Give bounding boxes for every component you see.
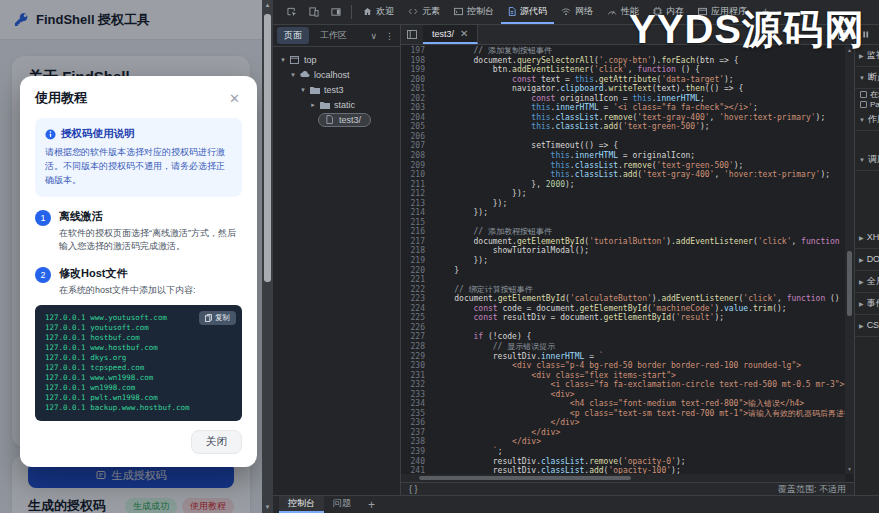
tree-expanded-icon[interactable]: ▾: [288, 71, 298, 79]
code-line[interactable]: <div class="p-4 bg-red-50 border border-…: [435, 361, 801, 371]
line-number[interactable]: 226: [401, 323, 435, 333]
debugger-section-6[interactable]: ▶XHR/提取断点: [855, 227, 879, 249]
code-line[interactable]: <div>: [435, 390, 575, 400]
code-line[interactable]: }, 2000);: [435, 180, 575, 190]
debugger-checkbox[interactable]: Pause on caught exceptions: [855, 99, 879, 109]
code-line[interactable]: const resultDiv = document.getElementByI…: [435, 313, 724, 323]
close-button[interactable]: 关闭: [191, 430, 242, 454]
chevron-down-icon[interactable]: ▼: [859, 117, 865, 123]
debugger-section-4[interactable]: ▼作用域: [855, 109, 879, 131]
dock-side-icon[interactable]: [325, 0, 347, 24]
code-line[interactable]: navigator.clipboard.writeText(text).then…: [435, 84, 743, 94]
line-number[interactable]: 206: [401, 132, 435, 142]
line-number[interactable]: 216: [401, 227, 435, 237]
debugger-section-1[interactable]: ▼断点: [855, 67, 879, 89]
line-number[interactable]: 238: [401, 437, 435, 447]
code-line[interactable]: resultDiv.classList.remove('opacity-0');: [435, 457, 686, 467]
vscrollbar-thumb[interactable]: [847, 251, 852, 316]
line-number[interactable]: 222: [401, 285, 435, 295]
tree-expanded-icon[interactable]: ▾: [298, 86, 308, 94]
devtools-tab-network[interactable]: 网络: [554, 0, 600, 24]
line-number[interactable]: 228: [401, 342, 435, 352]
code-line[interactable]: const originalIcon = this.innerHTML;: [435, 94, 705, 104]
pretty-print-button[interactable]: { }: [409, 484, 418, 494]
chevron-down-icon[interactable]: ∨: [368, 31, 379, 41]
line-number[interactable]: 230: [401, 361, 435, 371]
line-number[interactable]: 205: [401, 122, 435, 132]
line-number[interactable]: 203: [401, 103, 435, 113]
line-number[interactable]: 217: [401, 237, 435, 247]
line-number[interactable]: 225: [401, 313, 435, 323]
code-line[interactable]: // 添加教程按钮事件: [435, 227, 552, 237]
editor-vscrollbar[interactable]: ▲ ▼: [845, 46, 854, 474]
page-scrollbar-thumb[interactable]: [264, 14, 271, 282]
line-number[interactable]: 212: [401, 189, 435, 199]
code-line[interactable]: `;: [435, 447, 502, 457]
devtools-tab-memory[interactable]: 内存: [646, 0, 691, 24]
line-number[interactable]: 208: [401, 151, 435, 161]
tree-item-test3[interactable]: test3/: [273, 112, 400, 127]
code-line[interactable]: if (!code) {: [435, 332, 531, 342]
line-number[interactable]: 197: [401, 46, 435, 56]
code-line[interactable]: showTutorialModal();: [435, 246, 589, 256]
chevron-right-icon[interactable]: ▶: [859, 234, 864, 241]
drawer-more-icon[interactable]: +: [360, 496, 383, 513]
scroll-up-icon[interactable]: ▲: [845, 46, 854, 55]
code-line[interactable]: }: [435, 266, 459, 276]
code-line[interactable]: });: [435, 199, 507, 209]
code-line[interactable]: });: [435, 189, 527, 199]
panel-right-icon[interactable]: [832, 25, 854, 44]
code-line[interactable]: document.getElementById('calculateButton…: [435, 294, 845, 304]
code-line[interactable]: this.innerHTML = originalIcon;: [435, 151, 695, 161]
hscrollbar-thumb[interactable]: [419, 476, 631, 480]
line-number[interactable]: 234: [401, 399, 435, 409]
code-line[interactable]: this.classList.remove('text-green-500');: [435, 161, 743, 171]
line-number[interactable]: 218: [401, 246, 435, 256]
code-area[interactable]: 197 // 添加复制按钮事件198 document.querySelecto…: [401, 46, 845, 474]
devtools-tab-home[interactable]: 欢迎: [356, 0, 401, 24]
line-number[interactable]: 224: [401, 304, 435, 314]
line-number[interactable]: 232: [401, 380, 435, 390]
code-line[interactable]: </div>: [435, 428, 560, 438]
tree-expanded-icon[interactable]: ▾: [278, 56, 288, 64]
code-line[interactable]: this.classList.add('text-green-500');: [435, 122, 710, 132]
code-line[interactable]: this.classList.remove('text-gray-400', '…: [435, 113, 825, 123]
line-number[interactable]: 202: [401, 94, 435, 104]
debugger-checkbox[interactable]: 在未捕获的异常情况下暂停: [855, 89, 879, 99]
line-number[interactable]: 211: [401, 180, 435, 190]
line-number[interactable]: 231: [401, 371, 435, 381]
code-line[interactable]: <h4 class="font-medium text-red-800">输入错…: [435, 399, 804, 409]
debugger-section-7[interactable]: ▶DOM 断点: [855, 249, 879, 271]
line-number[interactable]: 209: [401, 161, 435, 171]
devtools-tab-console[interactable]: 控制台: [447, 0, 501, 24]
editor-hscrollbar[interactable]: [401, 474, 845, 482]
chevron-right-icon[interactable]: ▶: [859, 52, 864, 59]
code-line[interactable]: <div class="flex items-start">: [435, 371, 676, 381]
devtools-tab-elements[interactable]: 元素: [401, 0, 447, 24]
code-line[interactable]: </div>: [435, 418, 580, 428]
line-number[interactable]: 229: [401, 352, 435, 362]
line-number[interactable]: 221: [401, 275, 435, 285]
line-number[interactable]: 237: [401, 428, 435, 438]
debugger-section-10[interactable]: ▶CSP 违规断点: [855, 315, 879, 337]
line-number[interactable]: 233: [401, 390, 435, 400]
checkbox-icon[interactable]: [860, 101, 867, 108]
chevron-down-icon[interactable]: ▼: [859, 157, 865, 163]
debugger-section-0[interactable]: ▶监视: [855, 45, 879, 67]
line-number[interactable]: 199: [401, 65, 435, 75]
chevron-right-icon[interactable]: ▶: [859, 256, 864, 263]
code-line[interactable]: resultDiv.innerHTML = `: [435, 352, 604, 362]
code-line[interactable]: document.getElementById('tutorialButton'…: [435, 237, 845, 247]
chevron-right-icon[interactable]: ▶: [859, 322, 864, 329]
inspect-element-icon[interactable]: [281, 0, 303, 24]
tree-item-static[interactable]: ▸static: [273, 97, 400, 112]
checkbox-icon[interactable]: [860, 91, 867, 98]
line-number[interactable]: 201: [401, 84, 435, 94]
line-number[interactable]: 241: [401, 466, 435, 474]
line-number[interactable]: 213: [401, 199, 435, 209]
code-line[interactable]: btn.addEventListener('click', function (…: [435, 65, 700, 75]
debugger-section-9[interactable]: ▶事件侦听器断点: [855, 293, 879, 315]
line-number[interactable]: 236: [401, 418, 435, 428]
toggle-navigator-icon[interactable]: [401, 25, 423, 44]
code-line[interactable]: setTimeout(() => {: [435, 141, 618, 151]
